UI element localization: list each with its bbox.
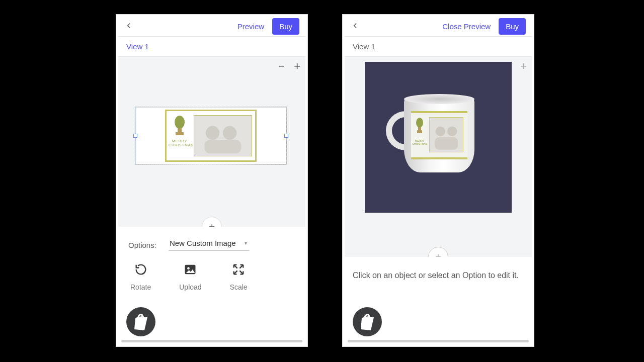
zoom-in-button[interactable]: +: [520, 60, 527, 73]
buy-button[interactable]: Buy: [499, 18, 526, 35]
rotate-label: Rotate: [130, 283, 151, 291]
buy-button[interactable]: Buy: [272, 18, 299, 35]
preview-screen: Close Preview Buy View 1 − + MERRY CHRIS…: [343, 15, 534, 346]
svg-point-0: [175, 116, 185, 129]
chevron-down-icon: ▾: [245, 240, 247, 246]
design-surface[interactable]: MERRY CHRISTMAS: [135, 107, 286, 164]
svg-point-13: [436, 127, 445, 136]
bottom-scroll-indicator: [348, 340, 529, 342]
preview-canvas[interactable]: − + MERRY CHRISTMAS: [345, 57, 532, 257]
tree-icon: [170, 115, 190, 136]
add-element-button[interactable]: +: [428, 247, 448, 257]
preview-stage: MERRY CHRISTMAS: [365, 62, 512, 213]
svg-rect-6: [205, 140, 242, 153]
shopify-badge-icon[interactable]: [353, 307, 382, 336]
scale-icon: [231, 262, 246, 277]
back-arrow-icon[interactable]: [351, 21, 360, 32]
mug-rim: [404, 94, 474, 104]
preview-hint-text: Click on an object or select an Option t…: [345, 257, 532, 294]
upload-label: Upload: [179, 283, 201, 291]
options-dropdown[interactable]: New Custom Image ▾: [169, 239, 249, 251]
resize-handle-right[interactable]: [284, 134, 288, 138]
design-canvas[interactable]: − + MERRY CHRISTMAS: [118, 57, 305, 227]
topbar: Close Preview Buy: [345, 17, 532, 37]
editor-screen: Preview Buy View 1 − + MERRY CHRISTMAS: [116, 15, 307, 346]
scale-label: Scale: [230, 283, 248, 291]
scale-tool[interactable]: Scale: [230, 262, 248, 291]
zoom-controls: − +: [278, 60, 300, 73]
back-arrow-icon[interactable]: [124, 21, 133, 32]
svg-point-8: [188, 267, 190, 269]
svg-rect-11: [417, 130, 422, 133]
tab-view-1[interactable]: View 1: [118, 37, 305, 57]
add-element-button[interactable]: +: [202, 217, 222, 227]
svg-rect-10: [418, 127, 421, 130]
svg-rect-1: [178, 128, 182, 132]
topbar: Preview Buy: [118, 17, 305, 37]
photo-placeholder: [429, 117, 463, 152]
preview-link[interactable]: Preview: [237, 22, 264, 31]
svg-point-5: [223, 126, 236, 140]
zoom-out-button[interactable]: −: [278, 60, 285, 73]
resize-handle-left[interactable]: [133, 134, 137, 138]
card-greeting-text: MERRY CHRISTMAS: [412, 139, 427, 145]
options-label: Options:: [128, 241, 156, 249]
photo-placeholder[interactable]: [194, 115, 252, 156]
tools-row: Rotate Upload Scale: [118, 255, 305, 295]
close-preview-link[interactable]: Close Preview: [442, 22, 491, 31]
mug-design-wrap: MERRY CHRISTMAS: [411, 111, 467, 159]
zoom-in-button[interactable]: +: [294, 60, 300, 73]
svg-rect-2: [176, 132, 184, 135]
bottom-scroll-indicator: [121, 340, 302, 342]
rotate-tool[interactable]: Rotate: [130, 262, 151, 291]
svg-point-4: [206, 126, 219, 140]
image-icon: [183, 262, 198, 277]
mug-3d-preview[interactable]: MERRY CHRISTMAS: [404, 97, 479, 177]
card-greeting-text: MERRY CHRISTMAS: [169, 139, 191, 147]
shopify-badge-icon[interactable]: [126, 307, 155, 336]
options-dropdown-value: New Custom Image: [170, 239, 236, 247]
rotate-icon: [133, 262, 148, 277]
tab-view-1[interactable]: View 1: [345, 37, 532, 57]
tree-icon: [414, 117, 425, 135]
svg-rect-15: [435, 137, 458, 150]
design-template[interactable]: MERRY CHRISTMAS: [165, 110, 257, 162]
upload-tool[interactable]: Upload: [179, 262, 201, 291]
options-row: Options: New Custom Image ▾: [118, 227, 305, 255]
svg-point-9: [416, 118, 423, 128]
svg-point-14: [447, 127, 457, 136]
